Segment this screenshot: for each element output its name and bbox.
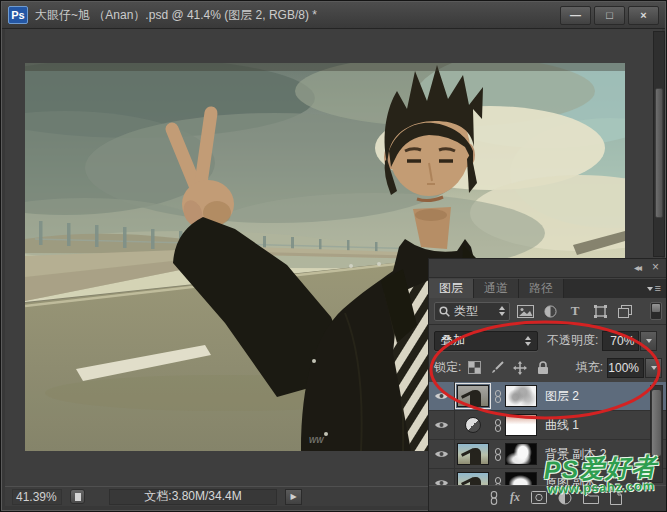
layer-visibility-toggle[interactable] [429,440,455,468]
blend-row: 叠加 不透明度: 70% [429,327,667,354]
lock-transparency-icon[interactable] [466,360,482,376]
fill-field[interactable]: 100% [607,358,644,378]
filter-row: 类型 T [429,298,667,325]
document-size-field[interactable]: 文档:3.80M/34.4M [109,489,277,505]
layer-row-layer2[interactable]: 图层 2 [429,382,667,411]
blend-mode-select[interactable]: 叠加 [434,331,538,351]
layer-thumbnail[interactable] [457,385,489,407]
link-icon [494,477,502,486]
link-icon [494,419,502,432]
add-layer-mask-icon[interactable] [531,491,547,504]
search-icon [439,306,450,317]
lock-row: 锁定: 填充: 100% [429,354,667,381]
link-layers-icon[interactable] [489,491,499,505]
layer-list: 图层 2 曲线 1 背景 副本 2 [429,382,667,485]
filter-smart-object-icon[interactable] [615,303,635,320]
maximize-button[interactable]: □ [594,6,625,25]
layer-row-bg-copy-2[interactable]: 背景 副本 2 [429,440,667,469]
layer-row-curves1[interactable]: 曲线 1 [429,411,667,440]
eye-icon [434,449,449,459]
tab-paths[interactable]: 路径 [519,279,564,298]
layer-mask-thumbnail[interactable] [505,385,537,407]
panel-close-icon[interactable]: × [652,261,659,273]
panel-bottom-toolbar: fx [429,485,667,512]
opacity-field[interactable]: 70% [602,331,639,351]
canvas-vertical-scrollbar[interactable] [653,31,665,257]
status-menu-arrow[interactable]: ▶ [285,489,302,505]
panel-scrollbar[interactable] [650,385,663,483]
lock-all-padlock-icon[interactable] [535,360,551,376]
filter-toggle-switch[interactable] [650,302,662,320]
tab-channels[interactable]: 通道 [474,279,519,298]
layer-visibility-toggle[interactable] [429,382,455,410]
filter-kind-select[interactable]: 类型 [434,302,510,321]
layer-thumbnail[interactable] [457,472,489,485]
updown-arrows-icon [499,306,505,316]
panel-scrollbar-thumb[interactable] [652,390,661,456]
close-button[interactable]: × [628,6,659,25]
canvas-scrollbar-thumb[interactable] [655,88,663,218]
filter-kind-label: 类型 [454,303,478,320]
layer-name[interactable]: 曲线 1 [545,417,579,434]
opacity-label: 不透明度: [547,332,598,349]
eye-icon [434,478,449,485]
layer-visibility-toggle[interactable] [429,469,455,485]
window-title: 大眼仔~旭 （Anan）.psd @ 41.4% (图层 2, RGB/8) * [35,7,553,24]
new-group-folder-icon[interactable] [583,492,599,504]
new-adjustment-layer-icon[interactable] [558,491,572,505]
zoom-level-field[interactable]: 41.39% [12,489,62,505]
filter-shape-icon[interactable] [590,303,610,320]
layer-mask-thumbnail[interactable] [505,443,537,465]
layer-thumbnail[interactable] [457,443,489,465]
panel-menu-icon[interactable]: ≡ [641,279,667,298]
fill-dropdown-arrow[interactable] [645,358,662,378]
eye-icon [434,420,449,430]
filter-image-icon[interactable] [515,303,535,320]
layer-name[interactable]: 图层 2 [545,388,579,405]
blend-mode-value: 叠加 [441,332,465,349]
document-size-text: 文档:3.80M/34.4M [144,488,241,505]
lock-pixels-brush-icon[interactable] [489,360,505,376]
status-page-icon[interactable] [70,489,85,504]
link-icon [494,390,502,403]
new-layer-icon[interactable] [610,491,622,505]
eye-icon [434,391,449,401]
lock-position-move-icon[interactable] [512,360,528,376]
link-icon [494,448,502,461]
photoshop-app-icon: Ps [8,6,28,24]
adjustment-layer-icon[interactable] [465,417,481,433]
minimize-button[interactable]: — [560,6,591,25]
opacity-dropdown-arrow[interactable] [640,331,657,351]
layer-mask-thumbnail[interactable] [505,472,537,485]
fill-label: 填充: [576,359,603,376]
layer-style-fx-icon[interactable]: fx [510,490,520,505]
curves-mask-thumbnail[interactable] [505,414,537,436]
layer-name[interactable]: 原图 副本 [545,475,596,486]
updown-arrows-icon [525,336,531,346]
collapse-panel-icon[interactable]: ◂◂ [634,262,640,273]
layer-row-original-copy[interactable]: 原图 副本 [429,469,667,485]
layer-name[interactable]: 背景 副本 2 [545,446,606,463]
lock-icons [466,360,551,376]
tab-layers[interactable]: 图层 [429,279,474,298]
panel-tabs: 图层 通道 路径 ≡ [429,279,667,298]
layers-panel: ◂◂ × 图层 通道 路径 ≡ 类型 T [428,258,667,512]
photoshop-document-window: Ps 大眼仔~旭 （Anan）.psd @ 41.4% (图层 2, RGB/8… [0,0,667,512]
titlebar[interactable]: Ps 大眼仔~旭 （Anan）.psd @ 41.4% (图层 2, RGB/8… [2,2,665,29]
filter-type-icon[interactable]: T [565,303,585,320]
filter-adjustment-icon[interactable] [540,303,560,320]
lock-label: 锁定: [434,359,461,376]
window-controls: — □ × [560,6,659,25]
panel-header-bar: ◂◂ × [429,259,667,278]
layer-visibility-toggle[interactable] [429,411,455,439]
